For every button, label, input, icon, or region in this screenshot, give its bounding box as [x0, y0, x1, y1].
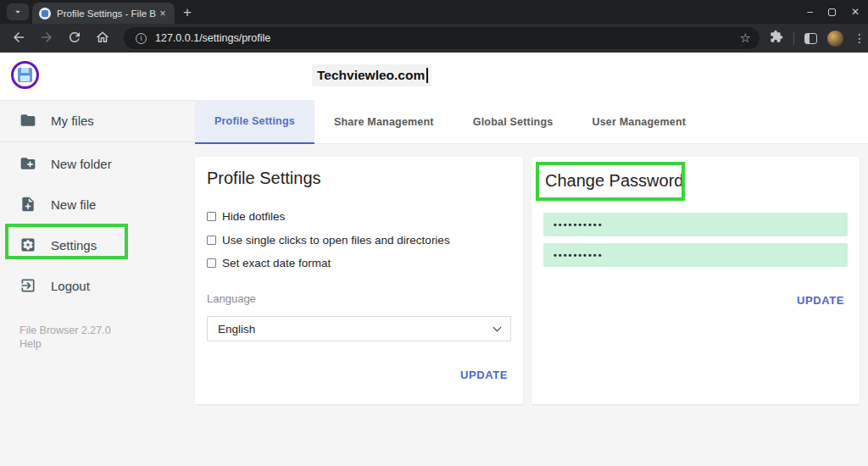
- language-value: English: [218, 323, 494, 336]
- chevron-down-icon: [493, 323, 502, 331]
- folder-plus-icon: [19, 155, 36, 172]
- home-icon: [95, 30, 110, 45]
- checkbox-icon[interactable]: [207, 212, 216, 221]
- logout-icon: [19, 277, 36, 294]
- side-panel-button[interactable]: [804, 33, 817, 44]
- browser-tab-bar: Profile Settings - File Bro × + – ✕: [0, 0, 868, 24]
- settings-tab-strip: Profile Settings Share Management Global…: [195, 100, 868, 144]
- checkbox-label: Set exact date format: [222, 257, 331, 269]
- bookmark-star-icon[interactable]: ☆: [740, 31, 751, 46]
- main-area: Profile Settings Share Management Global…: [195, 100, 868, 466]
- sidebar-item-label: Logout: [51, 279, 90, 293]
- sidebar-item-logout[interactable]: Logout: [0, 265, 195, 306]
- window-maximize-button[interactable]: [828, 8, 836, 16]
- sidebar-divider: [0, 141, 195, 142]
- language-select[interactable]: English: [207, 316, 511, 341]
- folder-icon: [19, 112, 36, 129]
- sidebar-item-new-folder[interactable]: New folder: [0, 143, 195, 184]
- sidebar-item-label: My files: [51, 114, 94, 128]
- file-browser-logo[interactable]: [11, 61, 39, 89]
- forward-button[interactable]: [39, 30, 56, 47]
- tab-search-button[interactable]: [7, 3, 29, 20]
- text-caret: [426, 68, 428, 83]
- checkbox-date-format[interactable]: Set exact date format: [207, 257, 331, 269]
- checkbox-icon[interactable]: [207, 236, 216, 245]
- tab-global-settings[interactable]: Global Settings: [453, 100, 573, 144]
- new-tab-button[interactable]: +: [183, 5, 192, 19]
- sidebar: My files New folder New file Settings Lo…: [0, 100, 195, 466]
- new-password-input[interactable]: ••••••••••: [543, 213, 848, 236]
- checkbox-single-clicks[interactable]: Use single clicks to open files and dire…: [207, 234, 450, 247]
- password-update-button[interactable]: UPDATE: [797, 294, 844, 307]
- tab-close-icon[interactable]: ×: [156, 8, 170, 19]
- watermark-text: Techviewleo.com: [317, 68, 425, 83]
- password-dots: ••••••••••: [554, 219, 604, 230]
- toolbar-separator: [793, 32, 794, 45]
- browser-menu-button[interactable]: ⋮: [854, 31, 865, 45]
- sidebar-item-label: New file: [51, 197, 96, 212]
- profile-avatar[interactable]: [827, 31, 843, 47]
- forward-arrow-icon: [39, 30, 54, 45]
- puzzle-icon: [770, 30, 783, 43]
- checkbox-label: Hide dotfiles: [222, 210, 285, 223]
- reload-button[interactable]: [67, 30, 84, 47]
- profile-card-title: Profile Settings: [207, 169, 321, 188]
- app-header: [0, 53, 868, 100]
- password-card-title: Change Password: [545, 171, 683, 191]
- file-plus-icon: [19, 196, 36, 213]
- window-close-button[interactable]: ✕: [851, 7, 860, 17]
- watermark-overlay: Techviewleo.com: [312, 64, 431, 86]
- tab-title: Profile Settings - File Bro: [57, 8, 156, 19]
- browser-tab[interactable]: Profile Settings - File Bro ×: [32, 3, 175, 24]
- checkbox-icon[interactable]: [207, 258, 216, 268]
- tab-user-management[interactable]: User Management: [572, 100, 705, 144]
- window-controls: – ✕: [807, 0, 860, 24]
- profile-update-button[interactable]: UPDATE: [460, 369, 508, 381]
- checkbox-label: Use single clicks to open files and dire…: [222, 234, 450, 247]
- sidebar-item-my-files[interactable]: My files: [0, 100, 195, 141]
- sidebar-item-new-file[interactable]: New file: [0, 184, 195, 225]
- toolbar-right: ⋮: [770, 30, 865, 47]
- tab-share-management[interactable]: Share Management: [314, 100, 453, 144]
- back-button[interactable]: [11, 30, 28, 47]
- change-password-card: Change Password •••••••••• •••••••••• UP…: [531, 157, 860, 404]
- file-browser-favicon: [39, 8, 51, 19]
- tab-profile-settings[interactable]: Profile Settings: [195, 100, 314, 144]
- sidebar-item-settings[interactable]: Settings: [0, 225, 195, 265]
- app-version: File Browser 2.27.0: [19, 325, 195, 338]
- screen: Profile Settings - File Bro × + – ✕ i 12…: [0, 0, 868, 466]
- floppy-disk-icon: [18, 68, 32, 82]
- password-dots: ••••••••••: [554, 250, 604, 260]
- extensions-button[interactable]: [770, 30, 783, 47]
- help-link[interactable]: Help: [19, 338, 195, 350]
- settings-icon: [19, 236, 36, 253]
- browser-toolbar: i 127.0.0.1/settings/profile ☆ ⋮: [0, 24, 868, 53]
- sidebar-footer: File Browser 2.27.0 Help: [0, 306, 195, 350]
- back-arrow-icon: [11, 30, 26, 45]
- content-area: Profile Settings Hide dotfiles Use singl…: [195, 144, 868, 466]
- chevron-down-icon: [12, 6, 24, 18]
- home-button[interactable]: [95, 30, 112, 47]
- language-label: Language: [207, 292, 256, 305]
- reload-icon: [67, 30, 82, 45]
- window-minimize-button[interactable]: –: [807, 7, 813, 17]
- sidebar-item-label: Settings: [51, 238, 97, 252]
- confirm-password-input[interactable]: ••••••••••: [543, 243, 848, 267]
- checkbox-hide-dotfiles[interactable]: Hide dotfiles: [207, 210, 285, 223]
- profile-settings-card: Profile Settings Hide dotfiles Use singl…: [195, 157, 523, 404]
- sidebar-item-label: New folder: [51, 157, 112, 171]
- url-text[interactable]: 127.0.0.1/settings/profile: [155, 32, 740, 44]
- site-info-icon[interactable]: i: [136, 33, 147, 44]
- address-bar[interactable]: i 127.0.0.1/settings/profile ☆: [124, 27, 760, 49]
